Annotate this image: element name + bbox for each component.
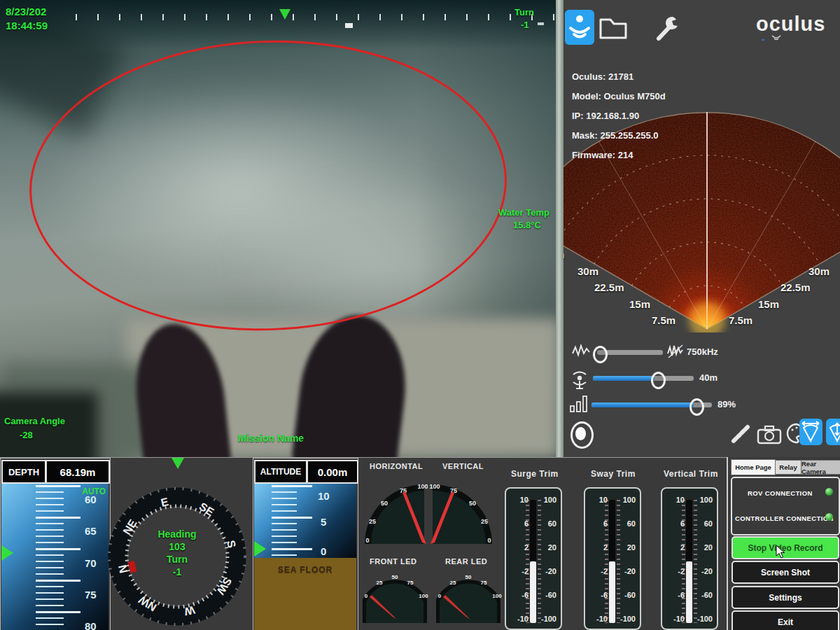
depth-label: DEPTH — [1, 460, 46, 484]
range-slider-fill — [593, 376, 654, 381]
tab-relay[interactable]: Relay — [774, 460, 802, 475]
trim-track-lower[interactable] — [686, 561, 692, 623]
sonar-view-button[interactable] — [565, 10, 594, 45]
osd-turn-value: -1 — [521, 20, 529, 30]
range-label: 30m — [808, 265, 830, 277]
frequency-high-icon — [667, 344, 684, 360]
altitude-label: ALTITUDE — [254, 460, 307, 484]
vertical-meter: 0 25 50 75 100 — [429, 473, 496, 549]
altitude-tick: 10 — [318, 490, 330, 502]
record-indicator-button[interactable] — [570, 421, 594, 449]
horizontal-meter-label: HORIZONTAL — [370, 462, 423, 470]
altitude-value: 0.00m — [307, 460, 358, 484]
depth-tick: 75 — [85, 589, 97, 601]
tab-rear-camera[interactable]: Rear Camera — [801, 460, 840, 475]
altitude-ruler-ticks — [272, 485, 312, 556]
exit-button[interactable]: Exit — [732, 610, 839, 630]
osd-water-temp-label: Water Temp — [498, 207, 550, 218]
altitude-label-text: ALTITUDE — [260, 467, 301, 477]
fan-flip-horizontal-icon — [799, 419, 822, 445]
sonar-mask: Mask: 255.255.255.0 — [572, 130, 659, 141]
tape-tick-label — [345, 23, 353, 28]
depth-pointer — [1, 545, 13, 561]
oculus-logo-text: oculus — [756, 13, 825, 35]
rear-led-label: REAR LED — [445, 557, 487, 566]
sonar-ip: IP: 192.168.1.90 — [572, 111, 639, 121]
camera-view: 8/23/202 18:44:59 Turn -1 Water Temp 15.… — [0, 0, 556, 458]
altitude-tick: 0 — [321, 545, 326, 557]
heading-value: 103 — [136, 540, 218, 553]
connection-status-box: ROV CONNECTION CONTROLLER CONNECTION — [731, 477, 840, 536]
gain-slider-handle[interactable] — [690, 398, 704, 416]
controller-connection-label: CONTROLLER CONNECTION — [735, 514, 834, 522]
altitude-value-text: 0.00m — [318, 466, 348, 478]
osd-turn-label: Turn — [514, 7, 534, 18]
meter-tick: 0 — [438, 593, 442, 599]
trim-track-lower[interactable] — [609, 561, 615, 623]
rov-connection-led — [825, 488, 833, 496]
depth-tick: 80 — [85, 620, 97, 630]
settings-tools-button[interactable] — [653, 13, 682, 43]
folder-icon — [597, 11, 629, 43]
trim-track-upper — [609, 500, 615, 561]
gain-bars-icon — [569, 394, 589, 414]
range-label: 7.5m — [652, 314, 676, 326]
osd-date: 8/23/202 — [6, 6, 46, 18]
meter-tick: 100 — [417, 483, 428, 490]
meter-tick: 0 — [487, 537, 491, 544]
range-label: 22.5m — [780, 281, 811, 293]
range-slider-handle[interactable] — [651, 372, 666, 389]
flip-vertical-button[interactable] — [826, 419, 840, 445]
heading-label: Heading — [136, 528, 218, 540]
screen-shot-button[interactable]: Screen Shot — [732, 561, 839, 584]
snapshot-camera-button[interactable] — [757, 425, 782, 444]
measure-ruler-button[interactable] — [730, 424, 751, 444]
range-transducer-icon — [570, 369, 589, 390]
file-browser-button[interactable] — [597, 11, 629, 43]
flip-horizontal-button[interactable] — [799, 419, 822, 445]
depth-label-text: DEPTH — [8, 467, 39, 477]
sway-trim-label: Sway Trim — [591, 469, 636, 479]
trim-track-lower[interactable] — [530, 561, 536, 623]
wrench-icon — [653, 13, 682, 43]
depth-value: 68.19m — [46, 460, 110, 484]
trim-tick-marks — [682, 500, 685, 623]
turn-value: -1 — [136, 566, 218, 578]
surge-trim-slider[interactable]: 10 6 2 -2 -6 -10 100 60 20 -20 -60 -100 — [505, 487, 562, 630]
range-label: 30m — [578, 265, 598, 277]
meter-tick: 50 — [381, 500, 388, 507]
meter-tick: 25 — [369, 518, 376, 525]
meter-tick: 50 — [392, 574, 398, 580]
frequency-slider-handle[interactable] — [593, 346, 608, 363]
altitude-gauge: ALTITUDE 0.00m 10 5 0 SEA FLOOR — [253, 458, 358, 630]
frequency-value: 750kHz — [687, 346, 718, 357]
button-label: Settings — [769, 593, 802, 603]
button-label: Exit — [778, 617, 793, 627]
tab-label: Home Page — [735, 463, 771, 471]
trim-tick-marks — [538, 500, 541, 623]
meter-tick: 75 — [481, 580, 487, 586]
osd-time: 18:44:59 — [6, 20, 48, 31]
front-led-meter: 0 25 50 75 100 — [360, 568, 429, 626]
osd-mission-name: Mission Name — [238, 433, 304, 444]
meter-tick: 100 — [419, 593, 428, 599]
compass-pointer — [172, 458, 184, 469]
trim-tick-marks — [605, 500, 608, 623]
record-indicator-dot — [575, 427, 586, 440]
altitude-tick: 5 — [321, 516, 326, 528]
trim-tick-marks — [617, 500, 620, 623]
fan-flip-vertical-icon — [826, 419, 840, 445]
seafloor-block: SEA FLOOR — [254, 558, 356, 630]
horizontal-meter: 0 25 50 75 100 — [360, 473, 428, 549]
tab-home-page[interactable]: Home Page — [731, 459, 776, 475]
trim-tick-marks — [694, 500, 697, 623]
range-value: 40m — [699, 372, 718, 383]
frequency-low-icon — [572, 343, 590, 360]
sway-trim-slider[interactable]: 10 6 2 -2 -6 -10 100 60 20 -20 -60 -100 — [584, 487, 641, 630]
meter-tick: 0 — [365, 537, 369, 544]
depth-tick: 70 — [85, 557, 97, 569]
meter-tick: 100 — [492, 593, 502, 599]
settings-button[interactable]: Settings — [732, 586, 839, 609]
range-label: 15m — [629, 298, 650, 310]
vertical-trim-slider[interactable]: 10 6 2 -2 -6 -10 100 60 20 -20 -60 -100 — [661, 487, 718, 630]
